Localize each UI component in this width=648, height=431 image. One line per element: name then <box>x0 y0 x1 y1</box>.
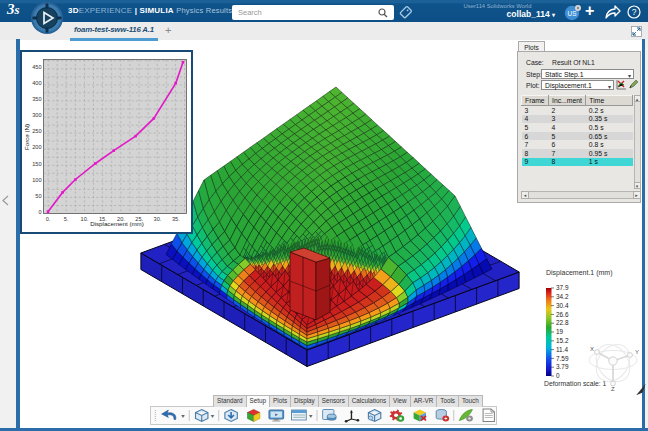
svg-text:▾: ▾ <box>181 412 185 419</box>
svg-text:0.: 0. <box>46 216 51 222</box>
svg-text:Displacement (mm): Displacement (mm) <box>90 220 144 227</box>
svg-text:30.4: 30.4 <box>556 302 569 309</box>
svg-text:Displacement.1 (mm): Displacement.1 (mm) <box>546 269 613 277</box>
svg-text:450: 450 <box>32 64 41 70</box>
svg-text:19: 19 <box>556 328 564 335</box>
svg-text:7.59: 7.59 <box>556 355 569 362</box>
svg-text:X: X <box>590 346 594 352</box>
svg-text:350: 350 <box>32 96 41 102</box>
svg-text:50: 50 <box>35 193 41 199</box>
svg-text:10.: 10. <box>81 216 89 222</box>
svg-text:300: 300 <box>32 112 41 118</box>
svg-text:22.8: 22.8 <box>556 319 569 326</box>
svg-text:26.6: 26.6 <box>556 311 569 318</box>
svg-text:150: 150 <box>32 161 41 167</box>
svg-text:Force (N): Force (N) <box>23 124 30 150</box>
svg-text:Z: Z <box>611 386 615 392</box>
svg-text:5.: 5. <box>64 216 69 222</box>
svg-text:15.2: 15.2 <box>556 337 569 344</box>
svg-text:200: 200 <box>32 144 41 150</box>
svg-text:34.2: 34.2 <box>556 293 569 300</box>
svg-text:▾: ▾ <box>309 412 313 419</box>
svg-text:35.: 35. <box>172 216 180 222</box>
svg-text:30.: 30. <box>154 216 162 222</box>
svg-text:400: 400 <box>32 80 41 86</box>
svg-text:100: 100 <box>32 177 41 183</box>
svg-text:▾: ▾ <box>211 412 215 419</box>
svg-text:0: 0 <box>38 209 41 215</box>
svg-text:250: 250 <box>32 128 41 134</box>
svg-text:37.9: 37.9 <box>556 284 569 291</box>
svg-text:3.79: 3.79 <box>556 363 569 370</box>
svg-text:11.4: 11.4 <box>556 346 568 353</box>
svg-text:?: ? <box>632 7 637 17</box>
svg-text:0: 0 <box>556 372 560 379</box>
svg-text:Y: Y <box>635 349 639 355</box>
svg-text:US: US <box>567 10 577 17</box>
